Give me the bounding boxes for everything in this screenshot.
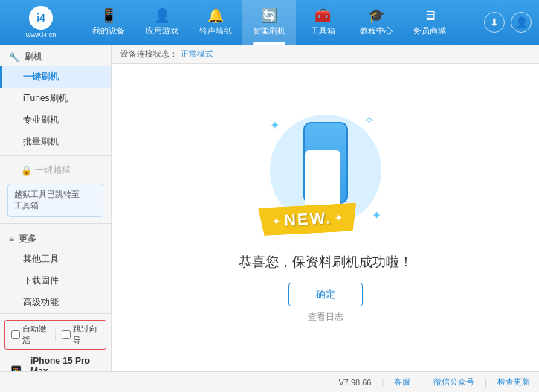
nav-my-device-label: 我的设备 [92,25,125,36]
version-label: V7.98.66 [338,378,371,387]
sidebar-item-pro-flash[interactable]: 专业刷机 [0,109,111,131]
phone-screen [305,150,340,210]
flash-section-icon: 🔧 [9,52,20,62]
phone-shape [303,122,348,204]
app-game-icon: 👤 [154,9,170,22]
main-layout: 🔧 刷机 一键刷机 iTunes刷机 专业刷机 批量刷机 🔒 一键越狱 越狱工具… [0,45,539,371]
sidebar-item-batch-flash[interactable]: 批量刷机 [0,131,111,152]
sidebar-item-download-fw[interactable]: 下载固件 [0,270,111,292]
new-ribbon: ✦ NEW. ✦ [258,203,358,237]
device-name: iPhone 15 Pro Max [30,356,105,371]
breadcrumb-status-label: 设备连接状态： [120,48,178,60]
more-section-label: 更多 [19,233,36,245]
nav-toolbox[interactable]: 🧰 工具箱 [296,0,349,45]
my-device-icon: 📱 [100,9,117,22]
auto-activate-checkbox[interactable] [11,330,20,339]
sidebar-divider-2 [0,223,111,224]
device-phone-icon: 📱 [6,365,26,371]
nav-smart-flash[interactable]: 🔄 智能刷机 [242,0,296,45]
device-info: 📱 iPhone 15 Pro Max 512GB iPhone [0,353,111,371]
auto-activate-check[interactable]: 自动激活 [11,324,49,346]
sidebar-section-more: ≡ 更多 [0,227,111,248]
nav-app-game[interactable]: 👤 应用游戏 [135,0,189,45]
nav-smart-flash-label: 智能刷机 [253,25,285,36]
wechat-link[interactable]: 微信公众号 [433,376,474,388]
log-link[interactable]: 查看日志 [308,311,343,324]
customer-service-link[interactable]: 客服 [394,376,410,388]
logo-circle: i4 [29,6,53,30]
nav-my-device[interactable]: 📱 我的设备 [82,0,135,45]
ringtone-icon: 🔔 [207,9,224,22]
confirm-button[interactable]: 确定 [288,283,363,306]
flash-section-label: 刷机 [25,51,42,63]
nav-tutorial[interactable]: 🎓 教程中心 [349,0,403,45]
device-check-row: 自动激活 跳过向导 [4,320,106,350]
star-right-icon: ✦ [334,211,343,224]
new-label: NEW. [283,208,332,230]
smart-flash-icon: 🔄 [261,9,277,22]
breadcrumb-bar: 设备连接状态： 正常模式 [112,45,539,64]
nav-tutorial-label: 教程中心 [360,25,393,36]
user-icon[interactable]: 👤 [511,12,532,33]
sparkle-icon-2: ✧ [364,113,374,127]
nav-toolbox-label: 工具箱 [311,25,335,36]
phone-illustration: ✦ NEW. ✦ ✦ ✧ ✦ [266,107,385,241]
sidebar-item-advanced[interactable]: 高级功能 [0,292,111,313]
sidebar-section-flash: 🔧 刷机 [0,45,111,66]
sidebar-item-other-tools[interactable]: 其他工具 [0,248,111,270]
skip-guide-check[interactable]: 跳过向导 [62,324,100,346]
success-message: 恭喜您，保资料刷机成功啦！ [239,253,413,271]
logo-subtext: www.i4.cn [26,31,57,39]
download-icon[interactable]: ⬇ [484,12,505,33]
check-divider [55,329,56,341]
lock-icon: 🔒 [21,165,32,176]
breadcrumb-status-value: 正常模式 [181,48,213,60]
status-right: V7.98.66 | 客服 | 微信公众号 | 检查更新 [338,376,530,388]
device-text: iPhone 15 Pro Max 512GB iPhone [30,356,105,371]
nav-right-actions: ⬇ 👤 [484,12,539,33]
sparkle-icon-1: ✦ [270,118,280,132]
service-icon: 🖥 [423,9,436,22]
sidebar-notice-jailbreak: 越狱工具已跳转至工具箱 [7,184,103,217]
status-bar: V7.98.66 | 客服 | 微信公众号 | 检查更新 [0,371,539,392]
nav-ringtone-label: 铃声墙纸 [199,25,232,36]
sidebar-item-itunes-flash[interactable]: iTunes刷机 [0,88,111,109]
auto-activate-label: 自动激活 [22,324,49,346]
content-area: 设备连接状态： 正常模式 ✦ NEW. ✦ ✦ ✧ ✦ 恭喜您，保资料刷 [112,45,539,371]
check-update-link[interactable]: 检查更新 [497,376,530,388]
tutorial-icon: 🎓 [368,9,384,22]
sidebar-item-one-key-flash[interactable]: 一键刷机 [0,66,111,88]
success-area: ✦ NEW. ✦ ✦ ✧ ✦ 恭喜您，保资料刷机成功啦！ 确定 查看日志 [239,107,413,324]
more-section-icon: ≡ [9,234,14,244]
nav-service-label: 务员商城 [413,25,446,36]
top-navigation: i4 www.i4.cn 📱 我的设备 👤 应用游戏 🔔 铃声墙纸 🔄 智能刷机… [0,0,539,45]
toolbox-icon: 🧰 [314,9,331,22]
skip-guide-label: 跳过向导 [73,324,100,346]
star-left-icon: ✦ [271,215,281,228]
sidebar: 🔧 刷机 一键刷机 iTunes刷机 专业刷机 批量刷机 🔒 一键越狱 越狱工具… [0,45,112,371]
sidebar-divider-1 [0,155,111,156]
nav-ringtone[interactable]: 🔔 铃声墙纸 [189,0,242,45]
logo-area: i4 www.i4.cn [0,3,82,42]
logo-text: i4 [36,12,45,24]
nav-items: 📱 我的设备 👤 应用游戏 🔔 铃声墙纸 🔄 智能刷机 🧰 工具箱 🎓 教程中心… [82,0,484,45]
nav-app-game-label: 应用游戏 [146,25,178,36]
nav-service[interactable]: 🖥 务员商城 [403,0,456,45]
sparkle-icon-3: ✦ [372,208,381,222]
sidebar-item-jailbreak-disabled: 🔒 一键越狱 [0,159,111,181]
skip-guide-checkbox[interactable] [62,330,71,339]
sidebar-device-panel: 自动激活 跳过向导 📱 iPhone 15 Pro Max 512GB iPho… [0,313,111,371]
